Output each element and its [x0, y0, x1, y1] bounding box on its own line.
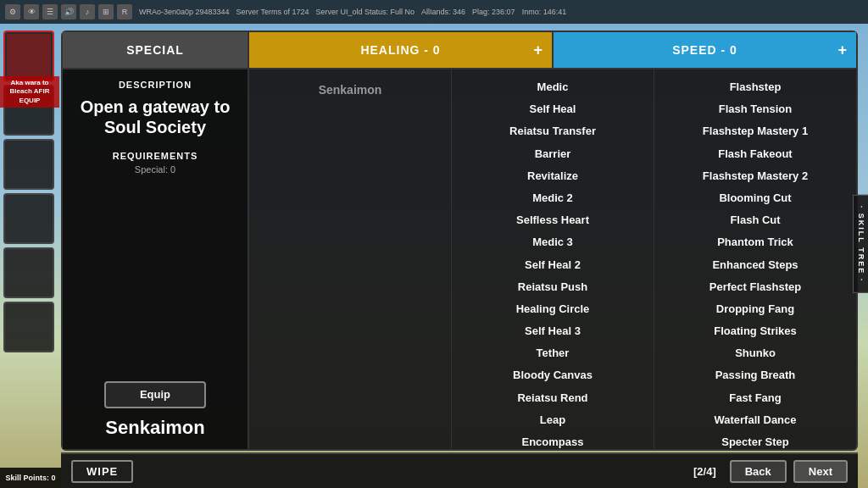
description-column: DESCRIPTION Open a gateway to Soul Socie…	[63, 69, 249, 449]
healing-skill-item[interactable]: Medic	[452, 76, 654, 98]
speed-skill-item[interactable]: Floating Strikes	[654, 320, 856, 342]
req-value: Special: 0	[135, 164, 175, 175]
back-button[interactable]: Back	[730, 460, 787, 483]
top-bar-inmo: Inmo: 146:41	[522, 8, 567, 16]
healing-skills-column: MedicSelf HealReiatsu TransferBarrierRev…	[452, 69, 654, 449]
speed-skill-item[interactable]: Flash Cut	[654, 209, 856, 231]
inventory-slot-1[interactable]	[3, 30, 54, 81]
healing-skill-item[interactable]: Reiatsu Push	[452, 276, 654, 298]
special-header: SPECIAL	[63, 32, 249, 69]
healing-skill-item[interactable]: Bloody Canvas	[452, 364, 654, 386]
left-info-text: Aka wara to Bleach AFIR EQUIP	[0, 76, 59, 108]
icon-7: R	[117, 4, 132, 19]
senkaimon-skill[interactable]: Senkaimon	[249, 76, 451, 103]
selected-skill-name: Senkaimon	[105, 417, 204, 439]
speed-skill-item[interactable]: Waterfall Dance	[654, 409, 856, 431]
page-indicator: [2/4]	[693, 465, 716, 478]
desc-text: Open a gateway to Soul Society	[73, 97, 237, 137]
inventory-slot-3[interactable]	[3, 139, 54, 190]
healing-skill-item[interactable]: Encompass	[452, 431, 654, 449]
healing-plus[interactable]: +	[533, 42, 543, 59]
top-bar-plag: Plag: 236:07	[472, 8, 515, 16]
healing-skill-item[interactable]: Medic 3	[452, 231, 654, 253]
speed-skill-item[interactable]: Flashstep Mastery 1	[654, 120, 856, 142]
icon-4: 🔊	[61, 4, 76, 19]
top-bar-islands: AllIands: 346	[421, 8, 465, 16]
bottom-bar: WIPE [2/4] Back Next	[61, 452, 858, 488]
speed-skills-column: FlashstepFlash TensionFlashstep Mastery …	[654, 69, 856, 449]
skill-points-text: Skill Points: 0	[5, 474, 55, 482]
main-panel: SPECIAL HEALING - 0 + SPEED - 0 + DESCRI…	[61, 30, 858, 451]
speed-plus[interactable]: +	[837, 42, 848, 59]
speed-skill-item[interactable]: Phantom Trick	[654, 231, 856, 253]
healing-skill-item[interactable]: Self Heal	[452, 98, 654, 120]
speed-skill-item[interactable]: Perfect Flashstep	[654, 276, 856, 298]
top-bar-terms: Server Terms of 1724	[236, 8, 309, 16]
panel-body: DESCRIPTION Open a gateway to Soul Socie…	[63, 69, 856, 449]
slot-fill-1	[7, 34, 51, 78]
speed-skill-item[interactable]: Dropping Fang	[654, 298, 856, 320]
speed-skill-item[interactable]: Flash Fakeout	[654, 143, 856, 165]
healing-skill-item[interactable]: Self Heal 3	[452, 320, 654, 342]
desc-title: DESCRIPTION	[119, 80, 192, 90]
speed-skill-item[interactable]: Fast Fang	[654, 387, 856, 409]
skill-points-bar: Skill Points: 0	[0, 468, 61, 488]
top-bar: ⚙ 👁 ☰ 🔊 ♪ ⊞ R WRAo-3en0a0p 29483344 Serv…	[0, 0, 868, 24]
speed-skill-item[interactable]: Shunko	[654, 342, 856, 364]
icon-5: ♪	[80, 4, 95, 19]
wipe-button[interactable]: WIPE	[71, 460, 133, 483]
healing-skill-item[interactable]: Revitalize	[452, 165, 654, 187]
speed-skill-item[interactable]: Blooming Cut	[654, 187, 856, 209]
healing-skill-item[interactable]: Reiatsu Rend	[452, 387, 654, 409]
icon-6: ⊞	[98, 4, 114, 19]
speed-skill-item[interactable]: Flashstep	[654, 76, 856, 98]
top-bar-status: Server UI_old Status: Full No	[315, 8, 415, 16]
speed-skill-item[interactable]: Passing Breath	[654, 364, 856, 386]
inventory-slot-6[interactable]	[3, 302, 54, 352]
healing-skill-item[interactable]: Tether	[452, 342, 654, 364]
equip-button[interactable]: Equip	[104, 381, 206, 408]
icon-2: 👁	[24, 4, 39, 19]
speed-skill-item[interactable]: Flashstep Mastery 2	[654, 165, 856, 187]
healing-skill-item[interactable]: Healing Circle	[452, 298, 654, 320]
top-bar-info: WRAo-3en0a0p 29483344	[139, 8, 230, 16]
speed-skill-item[interactable]: Enhanced Steps	[654, 254, 856, 276]
skill-tree-tab[interactable]: · SKILL TREE ·	[853, 195, 868, 293]
icon-3: ☰	[42, 4, 58, 19]
healing-header: HEALING - 0 +	[249, 32, 554, 69]
healing-skill-item[interactable]: Selfless Heart	[452, 209, 654, 231]
inventory-slot-4[interactable]	[3, 193, 54, 244]
speed-skill-item[interactable]: Flash Tension	[654, 98, 856, 120]
req-title: REQUIREMENTS	[113, 151, 198, 161]
icon-1: ⚙	[5, 4, 20, 19]
panel-header: SPECIAL HEALING - 0 + SPEED - 0 +	[63, 32, 856, 69]
speed-header: SPEED - 0 +	[554, 32, 856, 69]
next-button[interactable]: Next	[793, 460, 848, 483]
special-skills-column: Senkaimon	[249, 69, 452, 449]
top-icons: ⚙ 👁 ☰ 🔊 ♪ ⊞ R	[5, 4, 132, 19]
healing-skill-item[interactable]: Leap	[452, 409, 654, 431]
healing-skill-item[interactable]: Self Heal 2	[452, 254, 654, 276]
healing-skill-item[interactable]: Barrier	[452, 143, 654, 165]
inventory-slot-5[interactable]	[3, 247, 54, 298]
healing-skill-item[interactable]: Reiatsu Transfer	[452, 120, 654, 142]
speed-skill-item[interactable]: Specter Step	[654, 431, 856, 449]
healing-skill-item[interactable]: Medic 2	[452, 187, 654, 209]
